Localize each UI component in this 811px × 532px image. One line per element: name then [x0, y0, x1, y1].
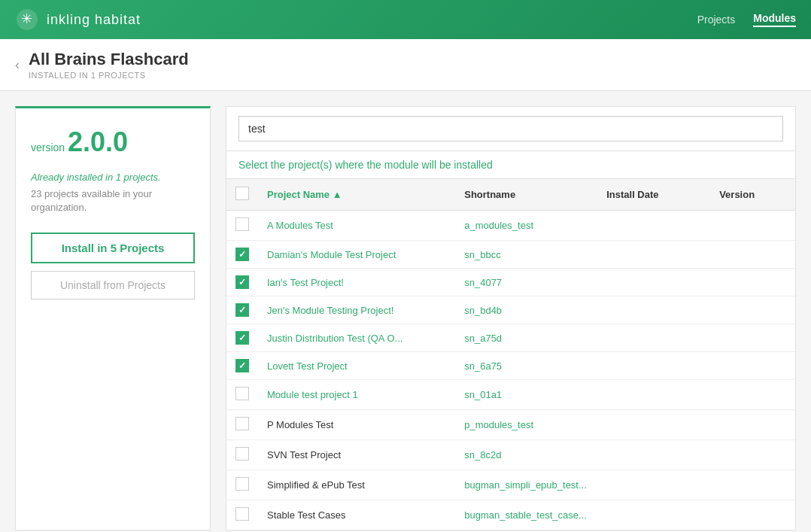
- project-checkbox[interactable]: [235, 387, 249, 400]
- svg-text:✳: ✳: [21, 11, 33, 26]
- shortname-link[interactable]: sn_bbcc: [464, 249, 500, 260]
- install-date: [597, 470, 710, 500]
- table-row: ✓Lovett Test Projectsn_6a75: [226, 352, 795, 380]
- shortname-link[interactable]: sn_6a75: [464, 360, 502, 372]
- shortname-link[interactable]: bugman_simpli_epub_test...: [464, 479, 587, 491]
- version: [710, 410, 795, 440]
- install-date: [597, 324, 710, 352]
- project-checkbox[interactable]: ✓: [235, 275, 249, 289]
- header-install-date[interactable]: Install Date: [597, 179, 710, 211]
- search-bar: [226, 107, 795, 151]
- project-name-link[interactable]: Jen's Module Testing Project!: [267, 305, 393, 316]
- install-date: [597, 380, 710, 410]
- project-name: SVN Test Project: [267, 449, 341, 461]
- version: [710, 352, 795, 380]
- version: [710, 296, 795, 324]
- project-checkbox[interactable]: [235, 447, 249, 461]
- projects-table: Project Name ▲ Shortname Install Date Ve…: [226, 179, 795, 530]
- left-panel: version 2.0.0 Already installed in 1 pro…: [15, 106, 211, 530]
- project-checkbox[interactable]: [235, 477, 249, 491]
- page-title: All Brains Flashcard: [29, 50, 189, 69]
- page-subtitle: INSTALLED IN 1 PROJECTS: [29, 71, 189, 80]
- logo-text: inkling habitat: [47, 12, 141, 28]
- right-panel: Select the project(s) where the module w…: [226, 106, 796, 530]
- install-button[interactable]: Install in 5 Projects: [31, 233, 195, 263]
- install-date: [597, 500, 710, 530]
- project-checkbox[interactable]: [235, 217, 249, 231]
- project-checkbox[interactable]: ✓: [235, 331, 249, 345]
- project-checkbox[interactable]: ✓: [235, 248, 249, 261]
- table-header-row: Project Name ▲ Shortname Install Date Ve…: [226, 179, 795, 211]
- shortname-link[interactable]: bugman_stable_test_case...: [464, 509, 587, 521]
- install-date: [597, 352, 710, 380]
- version: [710, 324, 795, 352]
- install-date: [597, 269, 710, 296]
- project-checkbox[interactable]: [235, 417, 249, 430]
- page-title-content: All Brains Flashcard INSTALLED IN 1 PROJ…: [29, 50, 189, 80]
- version: [710, 380, 795, 410]
- table-row: A Modules Testa_modules_test: [226, 211, 795, 241]
- shortname-link[interactable]: sn_4077: [464, 277, 502, 288]
- project-name: P Modules Test: [267, 419, 333, 430]
- app-header: ✳ inkling habitat Projects Modules: [0, 0, 811, 39]
- uninstall-button: Uninstall from Projects: [31, 271, 195, 299]
- table-row: Module test project 1sn_01a1: [226, 380, 795, 410]
- table-row: ✓Damian's Module Test Projectsn_bbcc: [226, 241, 795, 269]
- logo-icon: ✳: [15, 8, 39, 32]
- table-row: Simplified & ePub Testbugman_simpli_epub…: [226, 470, 795, 500]
- project-name-link[interactable]: Damian's Module Test Project: [267, 249, 396, 260]
- install-date: [597, 410, 710, 440]
- back-button[interactable]: ‹: [15, 57, 20, 73]
- install-date: [597, 211, 710, 241]
- version: [710, 500, 795, 530]
- version: [710, 440, 795, 470]
- main-layout: version 2.0.0 Already installed in 1 pro…: [0, 91, 811, 532]
- shortname-link[interactable]: p_modules_test: [464, 419, 533, 430]
- table-row: ✓Jen's Module Testing Project!sn_bd4b: [226, 296, 795, 324]
- header-checkbox-col: [226, 179, 258, 211]
- table-row: P Modules Testp_modules_test: [226, 410, 795, 440]
- table-row: SVN Test Projectsn_8c2d: [226, 440, 795, 470]
- projects-available-text: 23 projects available in your organizati…: [31, 187, 195, 214]
- install-date: [597, 440, 710, 470]
- project-checkbox[interactable]: [235, 507, 249, 521]
- nav-modules[interactable]: Modules: [753, 12, 796, 27]
- project-name: Stable Test Cases: [267, 509, 346, 521]
- table-row: ✓Justin Distribution Test (QA O...sn_a75…: [226, 324, 795, 352]
- shortname-link[interactable]: sn_01a1: [464, 389, 502, 400]
- project-name: Simplified & ePub Test: [267, 479, 365, 491]
- page-title-bar: ‹ All Brains Flashcard INSTALLED IN 1 PR…: [0, 39, 811, 91]
- table-row: ✓Ian's Test Project!sn_4077: [226, 269, 795, 296]
- install-date: [597, 241, 710, 269]
- select-instructions: Select the project(s) where the module w…: [226, 151, 795, 179]
- project-name-link[interactable]: A Modules Test: [267, 220, 333, 231]
- header-version[interactable]: Version: [710, 179, 795, 211]
- header-project-name[interactable]: Project Name ▲: [258, 179, 455, 211]
- project-name-link[interactable]: Lovett Test Project: [267, 360, 348, 372]
- project-name-link[interactable]: Ian's Test Project!: [267, 277, 344, 288]
- nav-projects[interactable]: Projects: [697, 14, 736, 26]
- version-row: version 2.0.0: [31, 126, 195, 158]
- project-checkbox[interactable]: ✓: [235, 303, 249, 317]
- version-number: 2.0.0: [68, 126, 128, 157]
- select-all-checkbox[interactable]: [235, 187, 249, 200]
- main-nav: Projects Modules: [697, 12, 796, 27]
- version: [710, 241, 795, 269]
- version: [710, 269, 795, 296]
- shortname-link[interactable]: sn_a75d: [464, 333, 502, 344]
- project-name-link[interactable]: Justin Distribution Test (QA O...: [267, 333, 402, 344]
- version: [710, 211, 795, 241]
- header-shortname[interactable]: Shortname: [455, 179, 597, 211]
- shortname-link[interactable]: sn_bd4b: [464, 305, 502, 316]
- project-checkbox[interactable]: ✓: [235, 359, 249, 372]
- shortname-link[interactable]: sn_8c2d: [464, 449, 501, 461]
- already-installed-text: Already installed in 1 projects.: [31, 172, 195, 183]
- version: [710, 470, 795, 500]
- table-row: Stable Test Casesbugman_stable_test_case…: [226, 500, 795, 530]
- logo: ✳ inkling habitat: [15, 8, 141, 32]
- version-label: version: [31, 141, 65, 154]
- shortname-link[interactable]: a_modules_test: [464, 220, 533, 231]
- project-name-link[interactable]: Module test project 1: [267, 389, 358, 400]
- search-input[interactable]: [238, 116, 783, 141]
- install-date: [597, 296, 710, 324]
